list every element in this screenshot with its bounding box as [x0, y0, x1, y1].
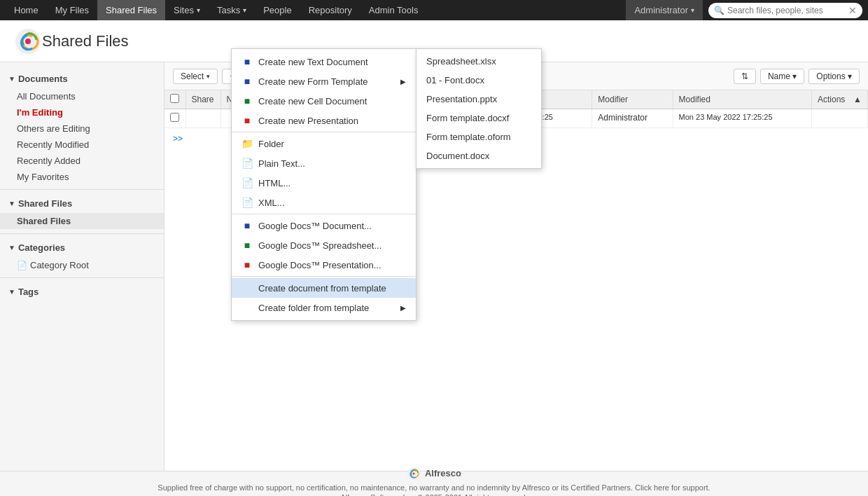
form-icon: ■ — [241, 76, 253, 87]
menu-item-plain-text[interactable]: 📄 Plain Text... — [232, 153, 416, 173]
sidebar-item-category-root[interactable]: 📄 Category Root — [0, 257, 164, 273]
menu-item-create-text[interactable]: ■ Create new Text Document — [232, 52, 416, 71]
doc-template-icon — [241, 282, 253, 294]
nav-home[interactable]: Home — [6, 0, 47, 20]
category-icon: 📄 — [17, 261, 27, 270]
user-menu-arrow: ▾ — [691, 6, 694, 14]
options-button[interactable]: Options ▾ — [808, 69, 860, 84]
sidebar-item-others-editing[interactable]: Others are Editing — [0, 120, 164, 137]
template-item-document-docx[interactable]: Document.docx — [416, 146, 541, 165]
form-submenu-arrow: ▶ — [400, 78, 406, 85]
select-all-checkbox[interactable] — [170, 94, 179, 103]
row-modified: Mon 23 May 2022 17:25:25 — [673, 109, 811, 128]
svg-point-1 — [25, 39, 31, 44]
nav-myfiles[interactable]: My Files — [47, 0, 97, 20]
col-share: Share — [186, 90, 220, 109]
menu-item-html[interactable]: 📄 HTML... — [232, 173, 416, 193]
html-icon: 📄 — [241, 177, 253, 188]
search-icon: 🔍 — [714, 6, 724, 15]
sort-icon: ⇅ — [741, 71, 748, 81]
nav-sites[interactable]: Sites ▾ — [165, 0, 209, 20]
documents-triangle: ▼ — [8, 75, 15, 83]
menu-item-create-form[interactable]: ■ Create new Form Template ▶ — [232, 71, 416, 91]
menu-divider-3 — [232, 276, 416, 277]
sidebar-item-shared-files[interactable]: Shared Files — [0, 213, 164, 229]
folder-icon: 📁 — [241, 138, 253, 149]
sort-options-button[interactable]: ⇅ — [734, 69, 756, 84]
page-title: Shared Files — [42, 32, 129, 50]
menu-item-gdocs[interactable]: ■ Google Docs™ Document... — [232, 216, 416, 235]
template-item-spreadsheet[interactable]: Spreadsheet.xlsx — [416, 52, 541, 71]
search-box[interactable]: 🔍 ✕ — [708, 3, 862, 18]
sidebar-item-my-favorites[interactable]: My Favorites — [0, 169, 164, 185]
tags-triangle: ▼ — [8, 288, 15, 296]
sidebar-item-recently-added[interactable]: Recently Added — [0, 153, 164, 169]
alfresco-logo — [14, 27, 42, 55]
footer-brand-name: Alfresco — [425, 468, 461, 478]
search-clear-icon[interactable]: ✕ — [848, 5, 857, 16]
search-input[interactable] — [727, 6, 848, 15]
footer-line2: Alfresco Software Inc. © 2005-2021 All r… — [340, 493, 527, 497]
template-item-form-docxf[interactable]: Form template.docxf — [416, 109, 541, 128]
footer-logo-area: Alfresco — [407, 467, 461, 481]
col-modifier: Modifier — [592, 90, 673, 109]
svg-point-3 — [412, 472, 414, 474]
cell-icon: ■ — [241, 95, 253, 106]
row-actions — [812, 109, 868, 128]
footer: Alfresco Supplied free of charge with no… — [0, 471, 868, 496]
name-sort-button[interactable]: Name ▾ — [760, 69, 804, 84]
sidebar-section-tags: ▼ Tags — [0, 282, 164, 301]
menu-item-folder-from-template[interactable]: Create folder from template ▶ — [232, 298, 416, 317]
sharedfiles-triangle: ▼ — [8, 200, 15, 207]
menu-item-doc-from-template[interactable]: Create document from template — [232, 278, 416, 298]
gdoc-icon: ■ — [241, 220, 253, 231]
sidebar-divider-1 — [0, 189, 164, 190]
select-arrow: ▾ — [206, 73, 210, 80]
nav-people[interactable]: People — [255, 0, 300, 20]
folder-template-arrow: ▶ — [400, 304, 406, 312]
user-menu[interactable]: Administrator ▾ — [626, 0, 703, 20]
nav-repository[interactable]: Repository — [300, 0, 360, 20]
template-submenu: Spreadsheet.xlsx 01 - Font.docx Presenta… — [416, 48, 542, 169]
sidebar-section-sharedfiles: ▼ Shared Files — [0, 194, 164, 213]
menu-divider-1 — [232, 132, 416, 132]
row-modifier: Administrator — [592, 109, 673, 128]
menu-divider-2 — [232, 214, 416, 214]
col-actions: Actions ▲ — [812, 90, 868, 109]
row-checkbox[interactable] — [170, 113, 179, 122]
template-item-form-oform[interactable]: Form template.oform — [416, 128, 541, 146]
actions-collapse-icon[interactable]: ▲ — [853, 95, 862, 104]
nav-sharedfiles[interactable]: Shared Files — [97, 0, 165, 20]
sites-dropdown-arrow: ▾ — [197, 6, 200, 14]
menu-item-gslides[interactable]: ■ Google Docs™ Presentation... — [232, 255, 416, 275]
sidebar-divider-3 — [0, 277, 164, 278]
sidebar-item-recently-modified[interactable]: Recently Modified — [0, 137, 164, 153]
nav-admintools[interactable]: Admin Tools — [360, 0, 427, 20]
col-checkbox — [164, 90, 186, 109]
template-item-presentation[interactable]: Presentation.pptx — [416, 90, 541, 109]
menu-item-create-cell[interactable]: ■ Create new Cell Document — [232, 91, 416, 111]
sidebar-section-documents: ▼ Documents — [0, 69, 164, 88]
categories-triangle: ▼ — [8, 244, 15, 252]
sidebar-item-im-editing[interactable]: I'm Editing — [0, 104, 164, 120]
menu-item-create-presentation[interactable]: ■ Create new Presentation — [232, 111, 416, 130]
nav-tasks[interactable]: Tasks ▾ — [209, 0, 255, 20]
text-doc-icon: ■ — [241, 56, 253, 67]
toolbar-right: ⇅ Name ▾ Options ▾ — [734, 69, 860, 84]
gsheet-icon: ■ — [241, 240, 253, 251]
menu-item-gsheets[interactable]: ■ Google Docs™ Spreadsheet... — [232, 235, 416, 255]
menu-item-folder[interactable]: 📁 Folder — [232, 134, 416, 153]
row-checkbox-cell — [164, 109, 186, 128]
menu-item-xml[interactable]: 📄 XML... — [232, 193, 416, 212]
footer-alfresco-logo — [407, 467, 421, 481]
create-dropdown-menu: ■ Create new Text Document ■ Create new … — [231, 48, 416, 321]
pres-icon: ■ — [241, 115, 253, 126]
template-item-font-docx[interactable]: 01 - Font.docx — [416, 71, 541, 90]
sidebar-item-all-documents[interactable]: All Documents — [0, 88, 164, 104]
sidebar-divider-2 — [0, 233, 164, 234]
plain-text-icon: 📄 — [241, 158, 253, 169]
footer-line1: Supplied free of charge with no support,… — [158, 483, 710, 492]
col-modified: Modified — [673, 90, 811, 109]
select-button[interactable]: Select ▾ — [173, 69, 218, 84]
folder-template-icon — [241, 302, 253, 313]
